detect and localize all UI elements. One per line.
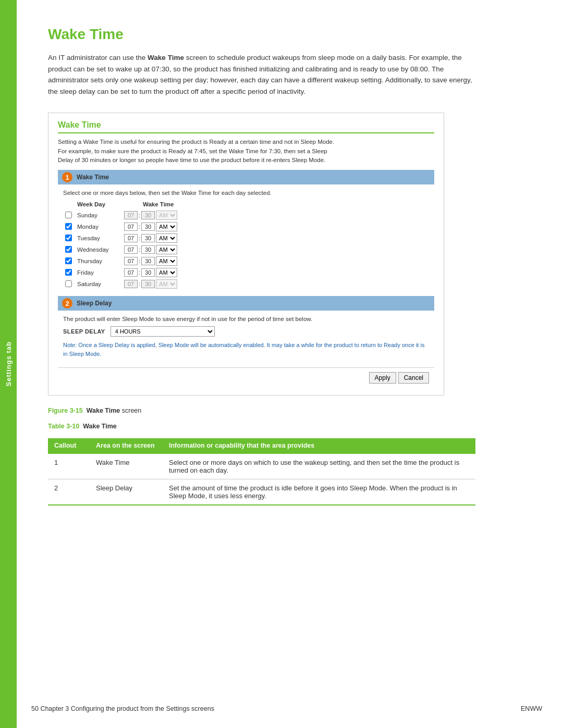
- section1-badge: 1: [62, 172, 72, 182]
- table-row: 2Sleep DelaySet the amount of time the p…: [48, 479, 475, 505]
- table-header-row: Callout Area on the screen Information o…: [48, 438, 475, 453]
- hour-input-tuesday[interactable]: [124, 234, 138, 242]
- min-input-sunday: [141, 211, 155, 219]
- hour-input-sunday: [124, 211, 138, 219]
- mockup-title: Wake Time: [58, 120, 434, 133]
- day-label-friday: Friday: [75, 267, 122, 278]
- footer-left: 50 Chapter 3 Configuring the product fro…: [31, 705, 214, 712]
- day-row-monday: Monday:AMPM: [63, 221, 180, 232]
- day-label-thursday: Thursday: [75, 255, 122, 267]
- cancel-button[interactable]: Cancel: [398, 372, 429, 384]
- section1-header: 1 Wake Time: [58, 170, 434, 184]
- section2-header: 2 Sleep Delay: [58, 296, 434, 311]
- section2-body: The product will enter Sleep Mode to sav…: [58, 316, 434, 364]
- hour-input-friday[interactable]: [124, 268, 138, 277]
- figure-caption: Figure 3-15 Wake Time screen: [48, 407, 532, 414]
- hour-input-monday[interactable]: [124, 223, 138, 231]
- day-row-thursday: Thursday:AMPM: [63, 255, 180, 267]
- page-title: Wake Time: [48, 26, 532, 43]
- min-input-thursday[interactable]: [141, 257, 155, 265]
- settings-tab-sidebar: Settings tab: [0, 0, 17, 728]
- ampm-select-wednesday[interactable]: AMPM: [156, 245, 177, 254]
- day-row-wednesday: Wednesday:AMPM: [63, 244, 180, 255]
- day-label-sunday: Sunday: [75, 209, 122, 221]
- time-separator: :: [139, 224, 140, 230]
- data-table: Callout Area on the screen Information o…: [48, 438, 475, 505]
- row-info: Set the amount of time the product is id…: [163, 479, 475, 505]
- day-row-tuesday: Tuesday:AMPM: [63, 232, 180, 244]
- day-label-wednesday: Wednesday: [75, 244, 122, 255]
- checkbox-thursday[interactable]: [65, 257, 72, 264]
- table-label: Table 3-10: [48, 423, 79, 430]
- time-separator: :: [139, 246, 140, 253]
- col-waketime: Wake Time: [122, 200, 180, 209]
- table-col1-header: Callout: [48, 438, 90, 453]
- row-callout: 1: [48, 453, 90, 479]
- sleep-note: Note: Once a Sleep Delay is applied, Sle…: [63, 341, 429, 358]
- ui-mockup: Wake Time Setting a Wake Time is useful …: [48, 113, 444, 396]
- checkbox-tuesday[interactable]: [65, 235, 72, 241]
- min-input-wednesday[interactable]: [141, 245, 155, 254]
- ampm-select-friday[interactable]: AMPM: [156, 268, 177, 277]
- table-col2-header: Area on the screen: [90, 438, 163, 453]
- day-label-monday: Monday: [75, 221, 122, 232]
- ampm-select-thursday[interactable]: AMPM: [156, 256, 177, 266]
- day-label-tuesday: Tuesday: [75, 232, 122, 244]
- section1-body: Select one or more days below, then set …: [58, 190, 434, 296]
- hour-input-wednesday[interactable]: [124, 245, 138, 254]
- min-input-saturday: [141, 280, 155, 288]
- hour-input-saturday: [124, 280, 138, 288]
- checkbox-monday[interactable]: [65, 223, 72, 230]
- table-col3-header: Information or capability that the area …: [163, 438, 475, 453]
- section2-badge: 2: [62, 298, 72, 309]
- time-separator: :: [139, 212, 140, 218]
- section2-desc: The product will enter Sleep Mode to sav…: [63, 316, 429, 322]
- intro-bold: Wake Time: [148, 54, 184, 61]
- row-area: Wake Time: [90, 453, 163, 479]
- section2-name: Sleep Delay: [77, 300, 112, 307]
- day-label-saturday: Saturday: [75, 278, 122, 290]
- sleep-delay-select[interactable]: 4 HOURS1 HOUR2 HOURS8 HOURS: [111, 326, 215, 337]
- table-title: Table 3-10 Wake Time: [48, 423, 532, 430]
- time-separator: :: [139, 235, 140, 241]
- time-separator: :: [139, 258, 140, 264]
- min-input-monday[interactable]: [141, 223, 155, 231]
- checkbox-sunday[interactable]: [65, 212, 72, 218]
- mockup-desc: Setting a Wake Time is useful for ensuri…: [58, 138, 434, 165]
- footer-right: ENWW: [521, 705, 542, 712]
- ampm-select-sunday: AMPM: [156, 211, 177, 220]
- checkbox-friday[interactable]: [65, 269, 72, 276]
- table-name: Wake Time: [83, 423, 117, 430]
- figure-title: Wake Time: [87, 407, 120, 414]
- day-row-friday: Friday:AMPM: [63, 267, 180, 278]
- min-input-friday[interactable]: [141, 268, 155, 277]
- day-row-sunday: Sunday:AMPM: [63, 209, 180, 221]
- intro-paragraph: An IT administrator can use the Wake Tim…: [48, 52, 475, 97]
- time-separator: :: [139, 269, 140, 276]
- wake-time-table: Week Day Wake Time Sunday:AMPMMonday:AMP…: [63, 200, 180, 290]
- figure-suffix: screen: [122, 407, 142, 414]
- ampm-select-tuesday[interactable]: AMPM: [156, 233, 177, 243]
- sleep-delay-label: SLEEP DELAY: [63, 328, 105, 335]
- time-separator: :: [139, 281, 140, 287]
- action-row: Apply Cancel: [58, 367, 434, 388]
- table-row: 1Wake TimeSelect one or more days on whi…: [48, 453, 475, 479]
- row-callout: 2: [48, 479, 90, 505]
- hour-input-thursday[interactable]: [124, 257, 138, 265]
- settings-tab-label: Settings tab: [5, 341, 13, 386]
- ampm-select-saturday: AMPM: [156, 279, 177, 289]
- apply-button[interactable]: Apply: [369, 372, 396, 384]
- figure-label: Figure 3-15: [48, 407, 83, 414]
- min-input-tuesday[interactable]: [141, 234, 155, 242]
- col-weekday: Week Day: [75, 200, 122, 209]
- checkbox-wednesday[interactable]: [65, 246, 72, 253]
- day-row-saturday: Saturday:AMPM: [63, 278, 180, 290]
- section1-name: Wake Time: [77, 174, 109, 181]
- sleep-delay-row: SLEEP DELAY 4 HOURS1 HOUR2 HOURS8 HOURS: [63, 326, 429, 337]
- checkbox-saturday[interactable]: [65, 280, 72, 287]
- page-footer: 50 Chapter 3 Configuring the product fro…: [31, 705, 542, 712]
- ampm-select-monday[interactable]: AMPM: [156, 222, 177, 231]
- section1-desc: Select one or more days below, then set …: [63, 190, 429, 196]
- row-area: Sleep Delay: [90, 479, 163, 505]
- row-info: Select one or more days on which to use …: [163, 453, 475, 479]
